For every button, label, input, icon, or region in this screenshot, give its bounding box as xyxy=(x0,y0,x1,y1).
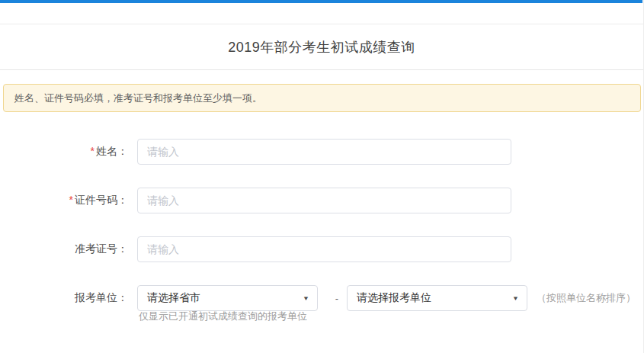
page-title: 2019年部分考生初试成绩查询 xyxy=(228,38,415,56)
title-section: 2019年部分考生初试成绩查询 xyxy=(0,24,643,70)
chevron-down-icon: ▼ xyxy=(303,295,309,302)
id-number-label: *证件号码： xyxy=(0,194,128,207)
name-field-row: *姓名： xyxy=(0,139,643,165)
admission-ticket-label: 准考证号： xyxy=(0,242,128,256)
required-asterisk: * xyxy=(91,145,95,157)
notice-banner: 姓名、证件号码必填，准考证号和报考单位至少填一项。 xyxy=(3,84,641,112)
sort-order-hint: （按照单位名称排序） xyxy=(537,291,636,305)
id-number-input[interactable] xyxy=(137,188,511,213)
unit-select[interactable]: 请选择报考单位 ▼ xyxy=(347,285,527,311)
score-query-page: 2019年部分考生初试成绩查询 姓名、证件号码必填，准考证号和报考单位至少填一项… xyxy=(0,0,644,353)
notice-text: 姓名、证件号码必填，准考证号和报考单位至少填一项。 xyxy=(14,91,262,105)
header-strip xyxy=(0,3,643,24)
admission-ticket-input[interactable] xyxy=(137,236,511,262)
name-label-text: 姓名： xyxy=(96,145,128,157)
unit-select-value: 请选择报考单位 xyxy=(357,291,431,305)
id-number-field-row: *证件号码： xyxy=(0,188,643,213)
chevron-down-icon: ▼ xyxy=(512,295,519,302)
admission-ticket-field-row: 准考证号： xyxy=(0,236,643,262)
score-query-form: *姓名： *证件号码： 准考证号： 报考单位： 请选择省市 ▼ - 请选择报考单… xyxy=(0,139,643,323)
unit-label: 报考单位： xyxy=(0,291,128,305)
required-asterisk: * xyxy=(69,194,73,206)
unit-availability-note: 仅显示已开通初试成绩查询的报考单位 xyxy=(139,310,643,323)
province-select[interactable]: 请选择省市 ▼ xyxy=(137,285,318,311)
unit-label-text: 报考单位： xyxy=(75,291,128,303)
admission-ticket-label-text: 准考证号： xyxy=(75,242,128,255)
id-number-label-text: 证件号码： xyxy=(75,194,128,206)
name-label: *姓名： xyxy=(0,145,128,159)
unit-field-row: 报考单位： 请选择省市 ▼ - 请选择报考单位 ▼ （按照单位名称排序） xyxy=(0,285,643,311)
province-select-value: 请选择省市 xyxy=(147,291,200,305)
name-input[interactable] xyxy=(137,139,511,165)
select-separator: - xyxy=(327,293,347,304)
